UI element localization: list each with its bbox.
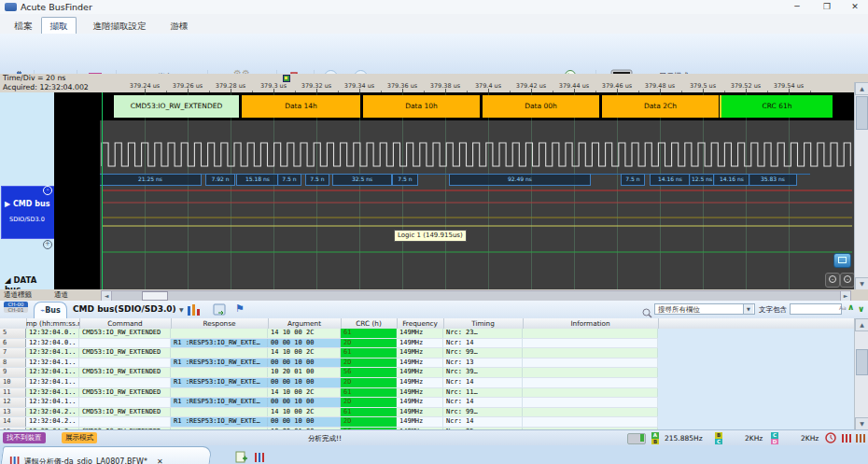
close-tab-icon[interactable]: ✕ — [157, 457, 163, 464]
table-cell: 12:32:04.2.. — [26, 417, 79, 427]
table-vscrollbar[interactable]: ▲ ▼ — [854, 318, 868, 429]
waveform-plot[interactable]: CMD53:IO_RW_EXTENDEDData 14hData 10hData… — [100, 92, 854, 289]
cursor-freq-bc: 2KHz — [745, 434, 763, 443]
logic-bars-icon[interactable] — [841, 432, 852, 445]
column-header[interactable]: Command — [79, 318, 172, 329]
column-header[interactable]: Information — [523, 318, 659, 329]
column-header[interactable]: Argument — [268, 318, 342, 329]
table-cell — [523, 339, 658, 348]
column-header[interactable] — [0, 318, 27, 329]
tab-capture[interactable]: 擷取 — [41, 17, 77, 35]
scroll-down-icon[interactable]: ▼ — [855, 277, 868, 290]
table-cell: Nrc: 99… — [443, 408, 523, 417]
table-cell: 7 — [0, 348, 26, 358]
tab-advanced-capture[interactable]: 進階擷取設定 — [78, 17, 161, 35]
document-tab[interactable]: 邏輯分析儀-da_sdio_LA0807.BFW* ✕ — [1, 446, 213, 464]
tab-channels[interactable]: 通道 — [54, 290, 68, 300]
analysis-status-message: 分析完成!! — [308, 434, 342, 443]
acquired-label: Acquired: 12:32:04.002 — [3, 83, 89, 91]
column-header[interactable]: mp (hh:mm:ss.n — [26, 318, 80, 329]
table-cell: 56 — [341, 368, 397, 377]
table-cell: 00 00 10 00 — [268, 359, 341, 368]
search-text-input[interactable] — [790, 303, 842, 315]
timing-measurement: 7.5 n — [277, 174, 301, 186]
demo-mode-badge: 展示模式 — [62, 432, 97, 443]
search-prev-icon[interactable]: ∧ — [847, 302, 854, 312]
table-cell: Ncr: 14 — [443, 417, 523, 427]
search-scope-select[interactable]: 搜尋所有欄位 ▼ — [654, 303, 755, 315]
cursor-line-green[interactable] — [102, 92, 103, 289]
table-cell — [79, 359, 171, 368]
table-cell: Nrc: 39… — [443, 368, 523, 377]
analyzer-bars-icon[interactable] — [855, 432, 866, 445]
timing-measurement: 21.25 ns — [100, 174, 202, 186]
column-header[interactable]: Response — [171, 318, 269, 329]
match-case-icon[interactable]: Aa — [839, 304, 847, 311]
expand-arrow-icon: ▶ — [5, 200, 10, 208]
decoded-bus-name[interactable]: CMD bus(SDIO/SD3.0) ▼ — [73, 304, 184, 314]
close-button[interactable]: ✕ — [842, 0, 868, 14]
chevron-down-icon[interactable]: ▼ — [743, 304, 753, 314]
channel-badge[interactable]: CH-00 CH-01 — [4, 302, 28, 313]
table-cell: 149MHz — [397, 339, 443, 348]
table-cell: 12:32:04.1.. — [26, 388, 79, 398]
timing-measurement: 15.18 ns — [236, 174, 279, 186]
scrollbar-thumb[interactable] — [856, 349, 868, 375]
table-cell: CMD53:IO_RW_EXTENDED — [79, 368, 171, 377]
table-cell: CMD53:IO_RW_EXTENDED — [79, 348, 171, 358]
timing-measurement: 32.5 ns — [332, 174, 392, 186]
scrollbar-thumb[interactable] — [142, 291, 168, 301]
column-header[interactable]: CRC (h) — [341, 318, 398, 329]
bus-panel: ▶ CMD bus SDIO/SD3.0 - + ◢ DATA bus SDIO… — [0, 92, 54, 289]
collapse-circle-icon[interactable]: - — [43, 186, 52, 195]
table-cell — [523, 388, 658, 398]
new-document-icon[interactable] — [235, 449, 247, 464]
chevron-down-icon: ▼ — [179, 306, 184, 313]
zoom-out-icon[interactable]: - — [840, 273, 854, 288]
bus-decode-tab[interactable]: ⌁Bus — [34, 302, 67, 318]
table-cell: Nrc: 11… — [443, 388, 523, 398]
cursor-pair-ab: A B — [651, 432, 659, 444]
table-cell: Nrc: 23… — [443, 329, 523, 338]
table-cell: 61 — [341, 388, 397, 398]
table-cell: Nrc: 99… — [443, 348, 523, 358]
tab-cursor[interactable]: 游標 — [161, 17, 197, 35]
cursor-line-yellow[interactable] — [720, 95, 721, 118]
waveform-vscrollbar[interactable]: ▲ ▼ — [854, 82, 868, 289]
table-cell: 149MHz — [397, 359, 443, 368]
progress-indicator — [627, 433, 646, 444]
main-toolbar: 連線 Bus 快速設定▼ 觸發SDIO/MMC 取樣率 2.40GHz (416… — [0, 34, 868, 75]
tab-file[interactable]: 檔案 — [6, 17, 41, 35]
maximize-button[interactable]: ❐ — [814, 0, 840, 14]
tab-channel-labels[interactable]: 通道標籤 — [4, 290, 32, 300]
table-cell: 12:32:04.2.. — [26, 408, 79, 417]
table-cell: 5 — [0, 329, 26, 338]
screenshot-icon[interactable] — [833, 253, 851, 268]
search-next-icon[interactable]: ∨ — [858, 304, 864, 314]
clock-icon[interactable] — [825, 432, 836, 445]
scrollbar-thumb[interactable] — [856, 96, 868, 130]
table-cell: Ncr: 14 — [443, 339, 523, 348]
table-cell: CMD53:IO_RW_EXTENDED — [79, 388, 171, 398]
column-header[interactable]: Frequency — [397, 318, 444, 329]
table-cell: CMD53:IO_RW_EXTENDED — [79, 329, 171, 338]
flag-icon[interactable]: ⚑ — [235, 302, 245, 315]
table-cell: 14 10 00 2C — [268, 388, 341, 398]
expand-circle-icon[interactable]: + — [43, 240, 52, 249]
window-title: Acute BusFinder — [21, 2, 92, 12]
table-cell: 9 — [0, 368, 26, 377]
timing-measurement: 14.16 ns — [713, 174, 750, 186]
add-analyzer-icon[interactable] — [254, 449, 265, 464]
minimize-button[interactable]: ─ — [784, 0, 810, 14]
table-cell: 61 — [341, 408, 397, 417]
zoom-out-icon[interactable]: - — [825, 273, 840, 288]
table-cell: 149MHz — [397, 378, 443, 387]
scroll-up-icon[interactable]: ▲ — [855, 318, 868, 331]
table-cell: 12:32:04.1.. — [26, 368, 79, 377]
scroll-up-icon[interactable]: ▲ — [855, 82, 868, 95]
signal-traces — [100, 92, 854, 289]
scroll-down-icon[interactable]: ▼ — [855, 417, 868, 430]
column-header[interactable]: Timing — [443, 318, 524, 329]
trigger-marker-icon[interactable] — [283, 75, 290, 82]
cursor-pair-cd: C D — [771, 432, 778, 444]
